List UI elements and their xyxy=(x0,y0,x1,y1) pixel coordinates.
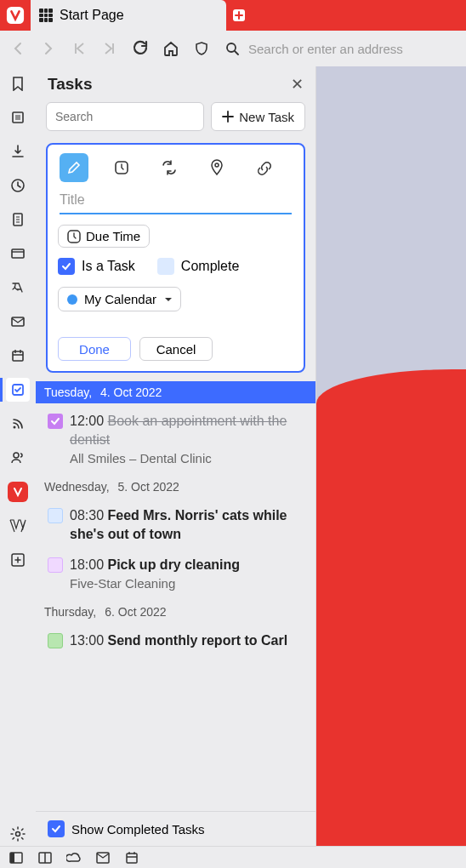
task-checkbox[interactable] xyxy=(48,414,63,429)
done-button[interactable]: Done xyxy=(58,337,131,361)
task-item[interactable]: 08:30 Feed Mrs. Norris' cats while she's… xyxy=(36,503,315,551)
svg-point-15 xyxy=(215,163,219,167)
back-button[interactable] xyxy=(9,39,27,58)
new-tab-button[interactable] xyxy=(230,6,248,25)
vivaldi-logo[interactable] xyxy=(0,0,31,31)
cancel-button[interactable]: Cancel xyxy=(139,337,213,361)
show-completed-label: Show Completed Tasks xyxy=(71,822,204,837)
feeds-icon[interactable] xyxy=(6,412,30,436)
side-rail xyxy=(0,66,36,846)
svg-point-10 xyxy=(14,426,16,429)
task-checkbox[interactable] xyxy=(48,508,63,523)
day-weekday: Wednesday, xyxy=(44,480,110,494)
day-weekday: Tuesday, xyxy=(44,385,92,399)
svg-point-13 xyxy=(16,832,20,837)
nav-bar xyxy=(0,31,466,66)
day-date: 4. Oct 2022 xyxy=(100,385,162,399)
edit-icon[interactable] xyxy=(60,153,88,182)
is-task-checkbox[interactable] xyxy=(58,258,75,275)
calendar-color-dot xyxy=(67,294,77,305)
task-subtitle: All Smiles – Dental Clinic xyxy=(70,450,304,467)
mail-icon[interactable] xyxy=(6,310,30,334)
new-task-label: New Task xyxy=(239,110,294,124)
due-time-button[interactable]: Due Time xyxy=(58,225,150,248)
day-header: Wednesday, 5. Oct 2022 xyxy=(36,476,315,498)
sync-icon[interactable] xyxy=(66,850,82,865)
link-icon[interactable] xyxy=(250,153,279,182)
svg-rect-8 xyxy=(13,351,23,361)
svg-rect-18 xyxy=(10,853,14,863)
calendar-icon[interactable] xyxy=(6,344,30,368)
close-panel-button[interactable]: ✕ xyxy=(291,75,304,94)
tab-title: Start Page xyxy=(60,8,124,23)
new-tab-area xyxy=(226,0,252,31)
tiling-icon[interactable] xyxy=(37,850,53,865)
panel-title: Tasks xyxy=(48,75,92,94)
due-time-label: Due Time xyxy=(86,229,140,243)
search-input[interactable] xyxy=(46,102,204,131)
address-input[interactable] xyxy=(248,42,457,56)
task-item[interactable]: 12:00 Book an appointment with the denti… xyxy=(36,408,315,476)
day-date: 6. Oct 2022 xyxy=(105,605,166,619)
window-panel-icon[interactable] xyxy=(6,242,30,266)
day-weekday: Thursday, xyxy=(44,605,96,619)
background-graphic xyxy=(316,369,466,846)
tasks-panel: Tasks ✕ New Task Due Time xyxy=(36,66,316,846)
panel-footer: Show Completed Tasks xyxy=(36,811,315,846)
task-subtitle: Five-Star Cleaning xyxy=(70,575,240,592)
status-bar xyxy=(0,846,466,868)
add-panel-icon[interactable] xyxy=(6,548,30,572)
tab-bar: Start Page xyxy=(0,0,466,31)
svg-rect-21 xyxy=(127,854,137,863)
clock-icon xyxy=(67,230,81,243)
search-icon xyxy=(223,39,242,58)
content-area xyxy=(316,66,466,846)
reading-list-icon[interactable] xyxy=(6,106,30,129)
contacts-icon[interactable] xyxy=(6,446,30,470)
downloads-icon[interactable] xyxy=(6,140,30,163)
translate-icon[interactable] xyxy=(6,276,30,300)
task-title-input[interactable] xyxy=(60,189,292,214)
home-button[interactable] xyxy=(162,39,180,58)
panel-toggle-icon[interactable] xyxy=(9,850,24,865)
task-time: 12:00 xyxy=(70,414,104,428)
wikipedia-icon[interactable] xyxy=(6,514,30,538)
reload-button[interactable] xyxy=(131,39,150,58)
notes-icon[interactable] xyxy=(6,208,30,231)
show-completed-checkbox[interactable] xyxy=(48,820,65,837)
bookmarks-icon[interactable] xyxy=(6,71,30,95)
task-time: 18:00 xyxy=(70,557,104,572)
calendar-select-label: My Calendar xyxy=(84,292,156,306)
day-date: 5. Oct 2022 xyxy=(118,480,179,494)
forward-button[interactable] xyxy=(39,39,58,58)
task-item[interactable]: 13:00 Send monthly report to Carl xyxy=(36,628,315,659)
task-title: Send monthly report to Carl xyxy=(108,633,288,648)
rewind-button[interactable] xyxy=(70,39,88,58)
task-checkbox[interactable] xyxy=(48,557,63,573)
task-item[interactable]: 18:00 Pick up dry cleaning Five-Star Cle… xyxy=(36,552,315,602)
history-icon[interactable] xyxy=(6,174,30,197)
svg-rect-6 xyxy=(12,249,24,258)
calendar-status-icon[interactable] xyxy=(124,850,139,865)
complete-checkbox[interactable] xyxy=(157,258,174,275)
svg-point-11 xyxy=(14,453,19,458)
shield-icon[interactable] xyxy=(192,39,211,58)
settings-icon[interactable] xyxy=(6,822,30,846)
task-checkbox[interactable] xyxy=(48,633,63,648)
fast-forward-button[interactable] xyxy=(100,39,119,58)
calendar-select[interactable]: My Calendar xyxy=(58,287,181,311)
task-time: 08:30 xyxy=(70,508,104,523)
day-header: Tuesday, 4. Oct 2022 xyxy=(36,381,315,403)
chevron-down-icon xyxy=(163,294,173,305)
new-task-button[interactable]: New Task xyxy=(211,102,305,131)
speeddial-icon xyxy=(39,9,53,22)
time-icon[interactable] xyxy=(107,153,136,182)
tab-start-page[interactable]: Start Page xyxy=(31,0,226,31)
location-icon[interactable] xyxy=(202,153,231,182)
mail-status-icon[interactable] xyxy=(95,850,111,865)
is-task-label: Is a Task xyxy=(82,259,135,274)
task-time: 13:00 xyxy=(70,633,104,648)
vivaldi-web-icon[interactable] xyxy=(6,480,30,504)
repeat-icon[interactable] xyxy=(155,153,184,182)
tasks-icon[interactable] xyxy=(6,378,30,402)
